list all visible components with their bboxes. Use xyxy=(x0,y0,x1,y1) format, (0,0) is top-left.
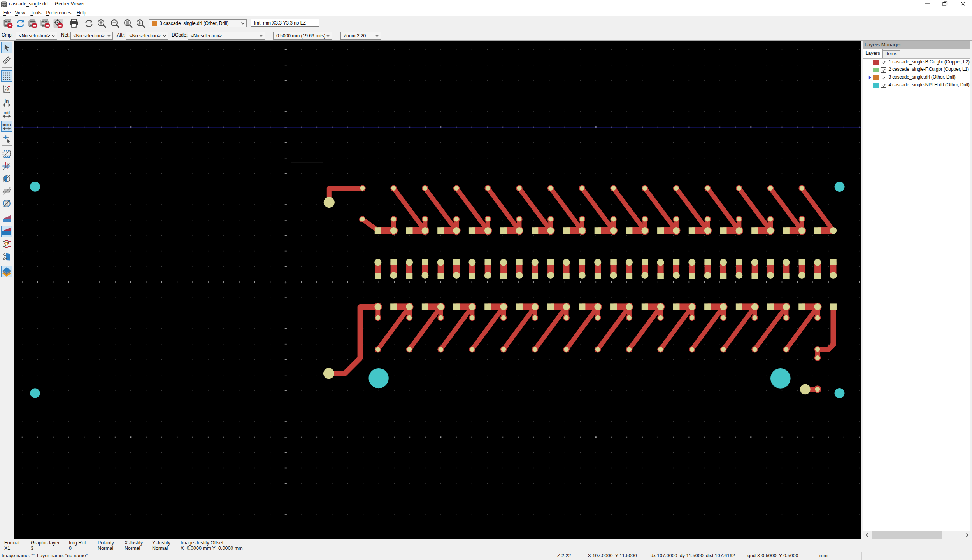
svg-text:mil: mil xyxy=(4,110,10,115)
svg-text:mm: mm xyxy=(2,122,11,128)
svg-text:θ: θ xyxy=(7,88,9,92)
svg-text:r: r xyxy=(5,85,6,89)
svg-text:in: in xyxy=(5,98,9,104)
